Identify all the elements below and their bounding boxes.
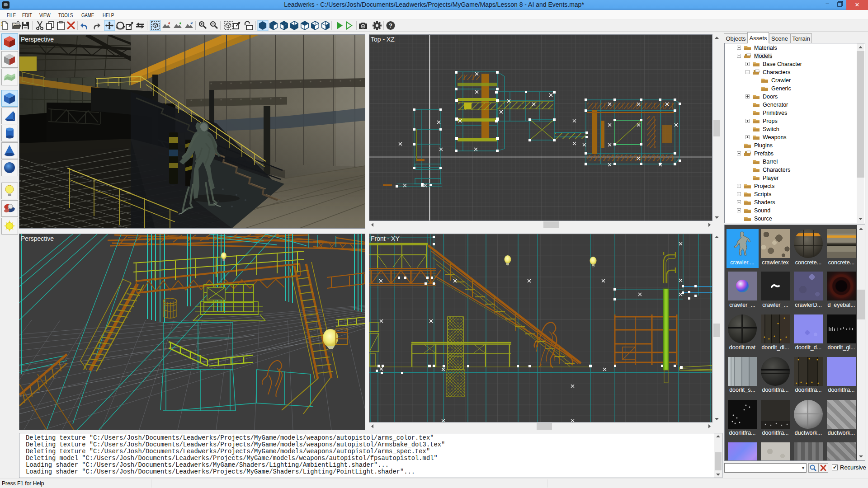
svg-text:?: ? <box>389 22 392 29</box>
